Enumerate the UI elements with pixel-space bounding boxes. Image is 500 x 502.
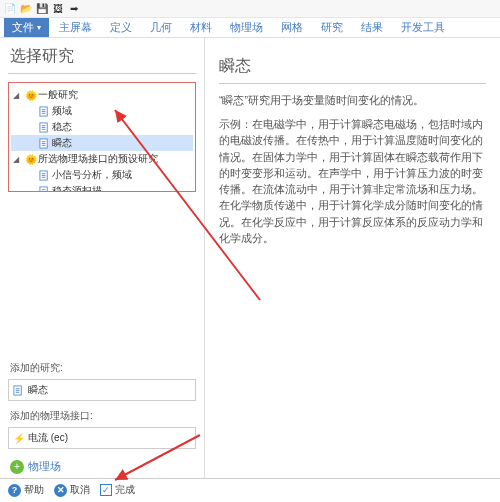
physics-icon: ⚡ — [13, 433, 24, 444]
added-iface-box: ⚡ 电流 (ec) — [8, 427, 196, 449]
open-icon[interactable]: 📂 — [20, 3, 32, 15]
tree-label: 一般研究 — [38, 88, 78, 102]
study-select-title: 选择研究 — [0, 38, 204, 73]
physics-button[interactable]: + 物理场 — [10, 459, 194, 474]
cancel-label: 取消 — [70, 483, 90, 497]
right-pane: 瞬态 “瞬态”研究用于场变量随时间变化的情况。 示例：在电磁学中，用于计算瞬态电… — [205, 38, 500, 478]
tree-group-preset[interactable]: ◢ 🌞 所选物理场接口的预设研究 — [11, 151, 193, 167]
new-icon[interactable]: 📄 — [4, 3, 16, 15]
help-button[interactable]: ? 帮助 — [8, 483, 44, 497]
menu-dev[interactable]: 开发工具 — [393, 18, 453, 37]
menu-study[interactable]: 研究 — [313, 18, 351, 37]
tree-label: 稳态 — [52, 120, 72, 134]
added-study-box: 瞬态 — [8, 379, 196, 401]
tree-label: 所选物理场接口的预设研究 — [38, 152, 158, 166]
tree-item-freq[interactable]: 频域 — [11, 103, 193, 119]
file-menu-button[interactable]: 文件 — [4, 18, 49, 37]
save-icon[interactable]: 💾 — [36, 3, 48, 15]
doc-icon — [13, 385, 24, 396]
tree-label: 稳态源扫描 — [52, 184, 102, 192]
help-label: 帮助 — [24, 483, 44, 497]
bottom-bar: ? 帮助 ✕ 取消 ✓ 完成 — [0, 478, 500, 501]
added-study-text: 瞬态 — [28, 383, 48, 397]
added-study-label: 添加的研究: — [0, 359, 204, 377]
expander-icon[interactable]: ◢ — [13, 155, 23, 164]
tree-item-sweep[interactable]: 稳态源扫描 — [11, 183, 193, 192]
study-tree[interactable]: ◢ 🌞 一般研究 频域 稳态 瞬态 ◢ 🌞 所选物理场接口的预设研究 — [8, 82, 196, 192]
menu-mat[interactable]: 材料 — [182, 18, 220, 37]
menu-geom[interactable]: 几何 — [142, 18, 180, 37]
cancel-button[interactable]: ✕ 取消 — [54, 483, 90, 497]
doc-icon — [39, 170, 50, 181]
added-study-item: 瞬态 — [13, 383, 191, 397]
tree-label: 频域 — [52, 104, 72, 118]
image-icon[interactable]: 🖼 — [52, 3, 64, 15]
folder-icon: 🌞 — [25, 90, 36, 101]
done-button[interactable]: ✓ 完成 — [100, 483, 135, 497]
doc-icon — [39, 106, 50, 117]
physics-button-label: 物理场 — [28, 459, 61, 474]
expander-icon[interactable]: ◢ — [13, 91, 23, 100]
tree-item-steady[interactable]: 稳态 — [11, 119, 193, 135]
quick-access-toolbar: 📄 📂 💾 🖼 ➡ — [0, 0, 500, 18]
doc-icon — [39, 186, 50, 193]
plus-icon: + — [10, 460, 24, 474]
menu-def[interactable]: 定义 — [102, 18, 140, 37]
left-pane: 选择研究 ◢ 🌞 一般研究 频域 稳态 瞬态 ◢ 🌞 — [0, 38, 205, 478]
menu-home[interactable]: 主屏幕 — [51, 18, 100, 37]
menu-result[interactable]: 结果 — [353, 18, 391, 37]
description-summary: “瞬态”研究用于场变量随时间变化的情况。 — [219, 94, 486, 108]
tree-label: 小信号分析，频域 — [52, 168, 132, 182]
tree-item-transient[interactable]: 瞬态 — [11, 135, 193, 151]
right-title: 瞬态 — [219, 48, 486, 83]
done-label: 完成 — [115, 483, 135, 497]
tree-label: 瞬态 — [52, 136, 72, 150]
cancel-icon: ✕ — [54, 484, 67, 497]
folder-icon: 🌞 — [25, 154, 36, 165]
tree-item-smallsignal[interactable]: 小信号分析，频域 — [11, 167, 193, 183]
menu-mesh[interactable]: 网格 — [273, 18, 311, 37]
added-iface-label: 添加的物理场接口: — [0, 407, 204, 425]
help-icon: ? — [8, 484, 21, 497]
added-iface-text: 电流 (ec) — [28, 431, 68, 445]
description-body: 示例：在电磁学中，用于计算瞬态电磁场，包括时域内的电磁波传播。在传热中，用于计算… — [219, 116, 486, 246]
arrow-icon[interactable]: ➡ — [68, 3, 80, 15]
doc-icon — [39, 138, 50, 149]
doc-icon — [39, 122, 50, 133]
menu-phys[interactable]: 物理场 — [222, 18, 271, 37]
check-icon: ✓ — [100, 484, 112, 496]
added-iface-item: ⚡ 电流 (ec) — [13, 431, 191, 445]
tree-group-general[interactable]: ◢ 🌞 一般研究 — [11, 87, 193, 103]
menubar: 文件 主屏幕 定义 几何 材料 物理场 网格 研究 结果 开发工具 — [0, 18, 500, 38]
